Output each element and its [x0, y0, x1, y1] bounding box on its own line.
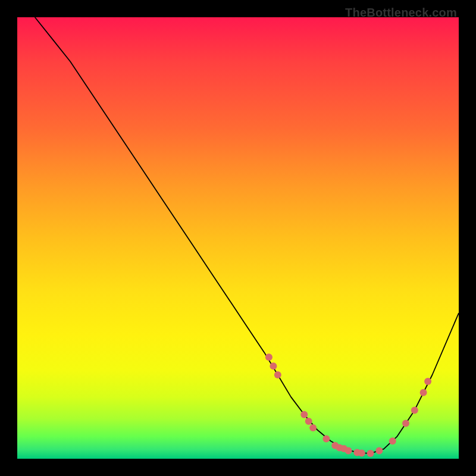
data-point: [420, 389, 427, 396]
data-point: [270, 362, 277, 369]
data-point: [300, 411, 308, 418]
data-point: [305, 418, 312, 425]
data-point: [322, 436, 330, 443]
data-point: [389, 437, 396, 444]
curve-line: [35, 17, 459, 453]
data-point: [345, 447, 352, 455]
data-point: [367, 450, 374, 457]
data-point: [424, 378, 431, 385]
plot-area: [17, 17, 459, 459]
data-point: [274, 371, 281, 378]
data-point: [358, 449, 365, 456]
data-point: [265, 353, 273, 361]
curve-markers: [265, 353, 431, 457]
bottleneck-chart: [17, 17, 459, 459]
watermark-text: TheBottleneck.com: [345, 6, 457, 20]
data-point: [309, 424, 317, 431]
data-point: [402, 420, 409, 427]
data-point: [375, 447, 383, 455]
data-point: [411, 406, 418, 414]
